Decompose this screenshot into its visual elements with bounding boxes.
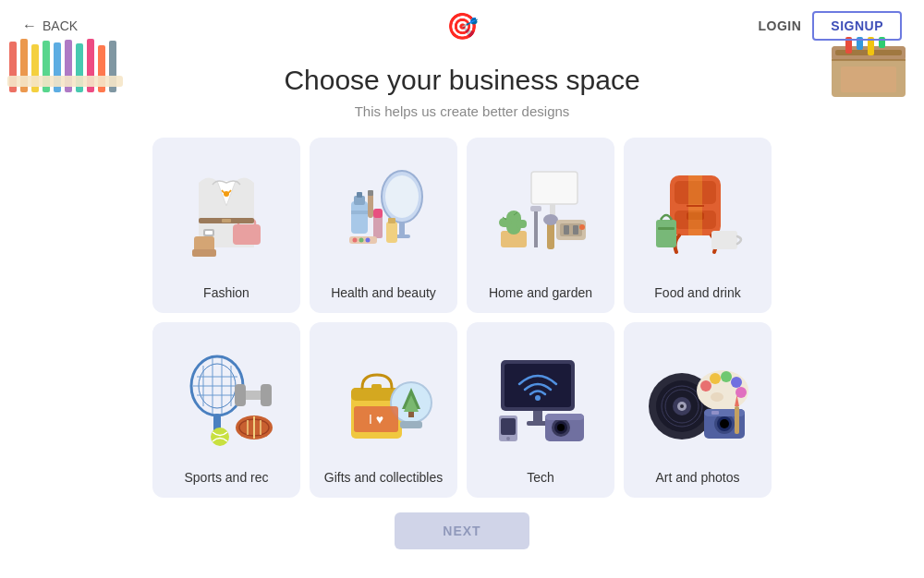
svg-rect-61 (573, 225, 578, 235)
home-garden-illustration (467, 138, 614, 278)
category-card-food-drink[interactable]: Food and drink (624, 138, 772, 313)
svg-rect-60 (564, 225, 569, 235)
logo: 🎯 (446, 11, 479, 42)
svg-rect-42 (368, 192, 373, 218)
signup-button[interactable]: SIGNUP (812, 11, 902, 41)
svg-rect-56 (547, 222, 554, 249)
category-card-sports-rec[interactable]: Sports and rec (152, 322, 300, 498)
svg-rect-106 (533, 411, 542, 422)
header: ← BACK 🎯 LOGIN SIGNUP (0, 0, 924, 52)
sports-rec-illustration (152, 322, 300, 463)
svg-point-105 (535, 395, 541, 401)
svg-point-87 (211, 427, 229, 446)
svg-point-57 (543, 214, 558, 225)
svg-text:I ♥: I ♥ (369, 412, 383, 427)
svg-rect-136 (711, 411, 719, 415)
svg-rect-27 (205, 231, 213, 235)
fashion-illustration (152, 138, 300, 278)
svg-rect-36 (357, 192, 362, 198)
back-button[interactable]: ← BACK (22, 18, 78, 34)
svg-rect-113 (545, 414, 584, 420)
page-title: Choose your business space (284, 65, 639, 96)
svg-rect-73 (658, 227, 675, 230)
svg-rect-72 (656, 220, 676, 247)
svg-rect-37 (351, 211, 368, 214)
back-label: BACK (43, 18, 78, 33)
next-button[interactable]: NEXT (395, 512, 529, 549)
svg-rect-137 (735, 406, 739, 434)
svg-point-126 (710, 373, 721, 384)
svg-rect-32 (399, 223, 405, 236)
fashion-label: Fashion (203, 285, 249, 300)
svg-rect-85 (235, 384, 246, 406)
svg-rect-18 (841, 66, 896, 92)
food-drink-illustration (624, 138, 772, 278)
svg-rect-95 (371, 384, 382, 391)
svg-point-127 (721, 371, 732, 382)
page-subtitle: This helps us create better designs (355, 103, 570, 119)
svg-rect-40 (386, 222, 397, 243)
svg-rect-10 (7, 76, 123, 87)
svg-point-31 (385, 175, 419, 218)
svg-rect-48 (531, 172, 578, 204)
svg-rect-23 (192, 249, 216, 257)
tech-illustration (467, 322, 614, 463)
category-card-home-garden[interactable]: Home and garden (467, 138, 614, 313)
food-drink-label: Food and drink (654, 285, 740, 300)
svg-point-47 (366, 237, 371, 242)
main-content: Choose your business space This helps us… (0, 52, 924, 549)
svg-point-46 (359, 237, 364, 242)
svg-rect-59 (560, 223, 582, 236)
svg-point-125 (700, 380, 711, 391)
category-card-fashion[interactable]: Fashion (152, 138, 300, 313)
tech-label: Tech (527, 470, 554, 485)
svg-rect-49 (550, 204, 555, 215)
category-card-gifts-collectibles[interactable]: I ♥ Gifts and collectibles (310, 322, 457, 498)
gifts-collectibles-illustration: I ♥ (310, 322, 457, 463)
category-card-tech[interactable]: Tech (467, 322, 614, 498)
category-card-health-beauty[interactable]: Health and beauty (310, 138, 457, 313)
svg-rect-53 (516, 220, 527, 228)
svg-point-111 (557, 424, 565, 431)
svg-rect-43 (368, 190, 373, 196)
svg-point-129 (736, 387, 747, 398)
svg-rect-38 (373, 215, 383, 238)
svg-point-134 (720, 419, 729, 428)
svg-point-45 (353, 237, 358, 242)
svg-rect-115 (501, 418, 516, 435)
svg-point-62 (579, 224, 585, 230)
svg-point-130 (711, 392, 723, 402)
art-photos-label: Art and photos (655, 470, 739, 485)
svg-rect-63 (534, 206, 538, 247)
svg-rect-64 (530, 206, 541, 211)
svg-point-121 (680, 404, 684, 408)
svg-rect-29 (222, 219, 231, 223)
gifts-collectibles-label: Gifts and collectibles (324, 470, 443, 485)
health-beauty-illustration (310, 138, 457, 278)
sports-rec-label: Sports and rec (184, 470, 268, 485)
category-grid: Fashion (152, 138, 772, 498)
svg-rect-97 (400, 421, 422, 428)
svg-rect-41 (388, 218, 395, 223)
art-photos-illustration (624, 322, 772, 463)
svg-point-116 (506, 437, 510, 440)
svg-rect-100 (408, 412, 414, 417)
svg-rect-86 (261, 384, 272, 406)
category-card-art-photos[interactable]: Art and photos (624, 322, 772, 498)
health-beauty-label: Health and beauty (331, 285, 436, 300)
svg-rect-71 (711, 231, 737, 249)
home-garden-label: Home and garden (489, 285, 592, 300)
back-arrow-icon: ← (22, 18, 37, 34)
svg-rect-39 (373, 209, 383, 218)
login-button[interactable]: LOGIN (758, 18, 801, 33)
svg-rect-34 (351, 201, 368, 234)
svg-point-128 (731, 377, 742, 388)
next-button-wrapper: NEXT (395, 512, 529, 549)
header-actions: LOGIN SIGNUP (758, 11, 902, 41)
